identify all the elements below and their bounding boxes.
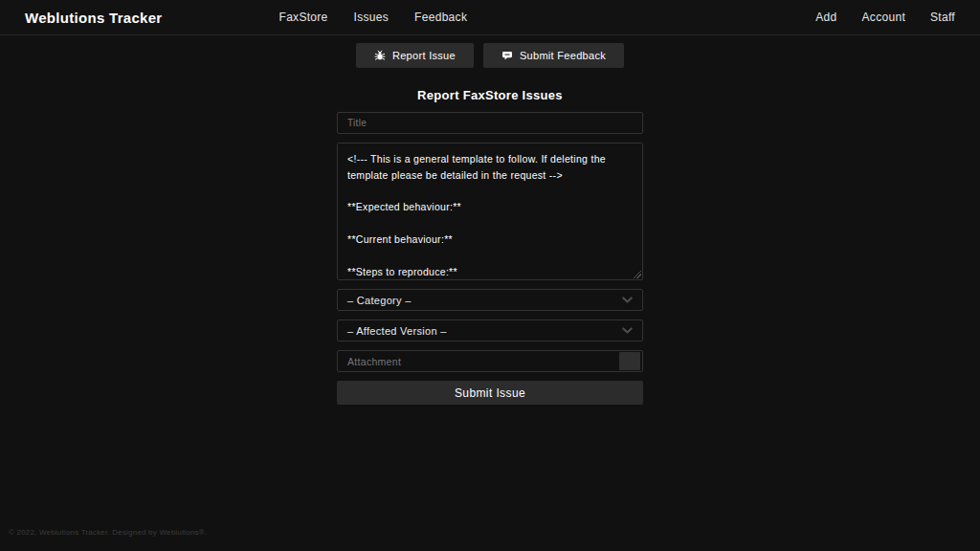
submit-issue-button[interactable]: Submit Issue	[337, 381, 643, 405]
report-issue-form: <!--- This is a general template to foll…	[337, 102, 643, 405]
description-textarea[interactable]: <!--- This is a general template to foll…	[337, 143, 643, 280]
affected-version-select-value: – Affected Version –	[347, 325, 447, 337]
submit-feedback-button[interactable]: Submit Feedback	[483, 43, 624, 68]
bug-icon	[374, 50, 386, 61]
report-issue-label: Report Issue	[392, 50, 456, 61]
attachment-placeholder: Attachment	[347, 356, 401, 367]
attachment-browse-button[interactable]	[619, 352, 640, 370]
nav-link-staff[interactable]: Staff	[930, 11, 955, 24]
affected-version-select[interactable]: – Affected Version –	[337, 320, 643, 342]
nav-link-faxstore[interactable]: FaxStore	[279, 11, 328, 24]
nav-links-right: Add Account Staff	[815, 11, 955, 24]
description-wrap: <!--- This is a general template to foll…	[337, 143, 643, 280]
chevron-down-icon	[620, 323, 635, 338]
page-title: Report FaxStore Issues	[0, 88, 980, 102]
action-buttons-row: Report Issue Submit Feedback	[0, 43, 980, 68]
category-select-value: – Category –	[347, 295, 412, 306]
brand-link[interactable]: Weblutions Tracker	[25, 10, 163, 26]
report-issue-button[interactable]: Report Issue	[356, 43, 474, 68]
navbar: Weblutions Tracker FaxStore Issues Feedb…	[0, 0, 980, 35]
footer-copyright: © 2022, Weblutions Tracker. Designed by …	[9, 528, 207, 537]
nav-link-feedback[interactable]: Feedback	[414, 11, 467, 24]
nav-link-account[interactable]: Account	[862, 11, 905, 24]
attachment-input[interactable]: Attachment	[337, 350, 643, 372]
category-select[interactable]: – Category –	[337, 289, 643, 311]
nav-link-issues[interactable]: Issues	[354, 11, 389, 24]
title-input[interactable]	[337, 112, 643, 134]
chevron-down-icon	[620, 293, 635, 307]
comment-icon	[501, 50, 513, 61]
nav-link-add[interactable]: Add	[815, 11, 836, 24]
nav-links: FaxStore Issues Feedback	[279, 11, 468, 24]
submit-feedback-label: Submit Feedback	[520, 50, 606, 61]
